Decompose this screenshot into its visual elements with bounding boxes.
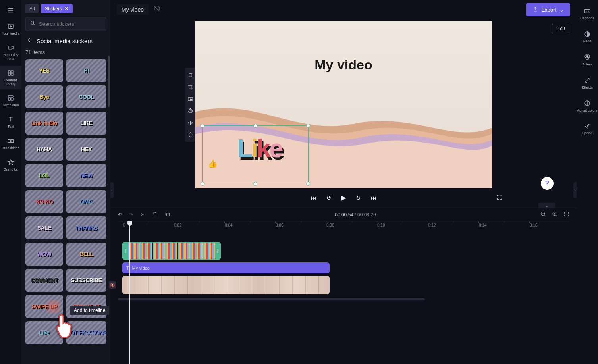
nav-transitions[interactable]: Transitions: [0, 134, 21, 154]
back-arrow-icon[interactable]: [25, 37, 33, 45]
timeline-ruler[interactable]: 00:020:040:060:080:100:120:140:16: [118, 221, 569, 230]
resize-handle-tl[interactable]: [201, 124, 204, 128]
nav-your-media[interactable]: Your media: [0, 19, 21, 39]
nav-templates[interactable]: Templates: [0, 91, 21, 111]
resize-handle-bl[interactable]: [201, 182, 204, 186]
sticker-thumb[interactable]: COMMENT: [25, 269, 63, 292]
captions-icon: [583, 7, 591, 15]
clip-handle-right[interactable]: ‖: [215, 243, 220, 259]
delete-button[interactable]: [152, 211, 158, 218]
ruler-tick: 0:08: [326, 223, 334, 227]
resize-handle-tr[interactable]: [306, 124, 310, 128]
scrollbar-thumb[interactable]: [118, 298, 425, 300]
skip-end-button[interactable]: ⏭: [370, 195, 376, 201]
fullscreen-button[interactable]: [496, 194, 503, 202]
selection-box[interactable]: [202, 125, 309, 184]
search-input-wrap[interactable]: [25, 17, 106, 31]
crop-fill-icon[interactable]: [186, 71, 194, 79]
chip-all[interactable]: All: [25, 4, 39, 13]
playhead[interactable]: [129, 221, 130, 364]
prop-effects[interactable]: Effects: [577, 72, 598, 94]
play-button[interactable]: ▶: [341, 194, 346, 202]
zoom-out-button[interactable]: [540, 211, 546, 218]
sticker-thumb[interactable]: NOTIFICATIONS: [66, 321, 106, 344]
right-properties-rail: Captions Fade Filters Effects Adjust col…: [577, 0, 598, 364]
sticker-track[interactable]: ‖ ‖: [118, 242, 569, 260]
sticker-thumb[interactable]: BELL: [66, 243, 106, 266]
sticker-thumb[interactable]: WOW: [25, 243, 63, 266]
text-track[interactable]: T My video: [118, 262, 569, 273]
sticker-thumb[interactable]: SALE: [25, 216, 63, 239]
resize-handle-bm[interactable]: [253, 182, 257, 186]
chip-stickers[interactable]: Stickers ✕: [41, 4, 73, 13]
prop-adjust-colors[interactable]: Adjust colors: [577, 95, 598, 117]
sticker-thumb[interactable]: Bye: [25, 85, 63, 108]
sticker-thumb[interactable]: NO NO: [25, 190, 63, 213]
flip-horizontal-icon[interactable]: [186, 119, 194, 127]
prop-captions[interactable]: Captions: [577, 3, 598, 25]
nav-content-library[interactable]: Content library: [0, 66, 21, 90]
sticker-thumb[interactable]: SUBSCRIBE: [66, 269, 106, 292]
resize-handle-tm[interactable]: [253, 124, 257, 128]
menu-button[interactable]: [0, 3, 21, 17]
close-icon[interactable]: ✕: [64, 6, 69, 12]
fit-timeline-button[interactable]: [563, 211, 569, 218]
duplicate-button[interactable]: [165, 211, 170, 218]
nav-record-create[interactable]: Record & create: [0, 40, 21, 64]
project-title-input[interactable]: My video: [117, 4, 149, 15]
nav-brand-kit[interactable]: Brand kit: [0, 155, 21, 175]
sticker-thumb[interactable]: LIKE: [66, 112, 106, 135]
collapse-preview-button[interactable]: ⌄: [538, 203, 555, 208]
split-button[interactable]: ✂: [141, 212, 145, 218]
sticker-thumb[interactable]: OMG: [66, 190, 106, 213]
sticker-thumb[interactable]: NEW: [66, 164, 106, 187]
svg-rect-15: [167, 213, 170, 216]
timeline-scrollbar[interactable]: [118, 298, 569, 300]
rewind-button[interactable]: ↺: [326, 195, 332, 202]
sticker-thumb[interactable]: THANKS: [66, 216, 106, 239]
scrollbar-vertical[interactable]: [108, 56, 110, 107]
text-clip[interactable]: T My video: [122, 262, 330, 273]
pip-icon[interactable]: [186, 95, 194, 103]
clip-handle-left[interactable]: ‖: [123, 243, 128, 259]
sticker-thumb[interactable]: Link in Bio: [25, 112, 63, 135]
prop-fade[interactable]: Fade: [577, 26, 598, 48]
sticker-thumb[interactable]: HEY: [66, 138, 106, 161]
video-track[interactable]: 🔇: [118, 276, 569, 294]
sticker-clip[interactable]: ‖ ‖: [122, 242, 221, 260]
video-clip[interactable]: [122, 276, 330, 294]
redo-button[interactable]: ↷: [129, 212, 133, 218]
crop-icon[interactable]: [186, 83, 194, 91]
flip-vertical-icon[interactable]: [186, 131, 194, 139]
export-button[interactable]: Export ⌄: [526, 3, 570, 16]
search-input[interactable]: [39, 21, 106, 27]
rotate-icon[interactable]: [186, 107, 194, 115]
forward-button[interactable]: ↻: [356, 195, 361, 202]
prop-label: Captions: [580, 17, 594, 21]
undo-button[interactable]: ↶: [118, 212, 122, 218]
prop-label: Speed: [582, 131, 592, 135]
sticker-thumb[interactable]: Like: [25, 321, 63, 344]
sticker-thumb[interactable]: COOL: [66, 85, 106, 108]
sticker-thumb[interactable]: HAHA: [25, 138, 63, 161]
prop-speed[interactable]: Speed: [577, 118, 598, 139]
timeline[interactable]: 00:020:040:060:080:100:120:140:16 ‖ ‖ T …: [110, 221, 577, 364]
cloud-sync-off-icon[interactable]: [153, 5, 160, 14]
resize-handle-br[interactable]: [306, 182, 310, 186]
prop-filters[interactable]: Filters: [577, 49, 598, 71]
sticker-hover-glow: [47, 300, 60, 314]
help-button[interactable]: ?: [541, 177, 554, 190]
skip-start-button[interactable]: ⏮: [311, 195, 317, 201]
sticker-thumb[interactable]: HI: [66, 59, 106, 82]
right-panel-collapse-button[interactable]: ›: [573, 182, 577, 198]
playhead-grip[interactable]: [127, 221, 132, 226]
svg-point-11: [31, 21, 34, 25]
sticker-thumb[interactable]: LOL: [25, 164, 63, 187]
svg-rect-4: [8, 73, 10, 75]
mute-button[interactable]: 🔇: [109, 281, 116, 289]
sticker-thumb[interactable]: YES: [25, 59, 63, 82]
svg-rect-6: [8, 96, 13, 97]
preview-canvas[interactable]: My video 👍 Like: [195, 21, 492, 188]
zoom-in-button[interactable]: [552, 211, 558, 218]
nav-text[interactable]: Text: [0, 112, 21, 132]
